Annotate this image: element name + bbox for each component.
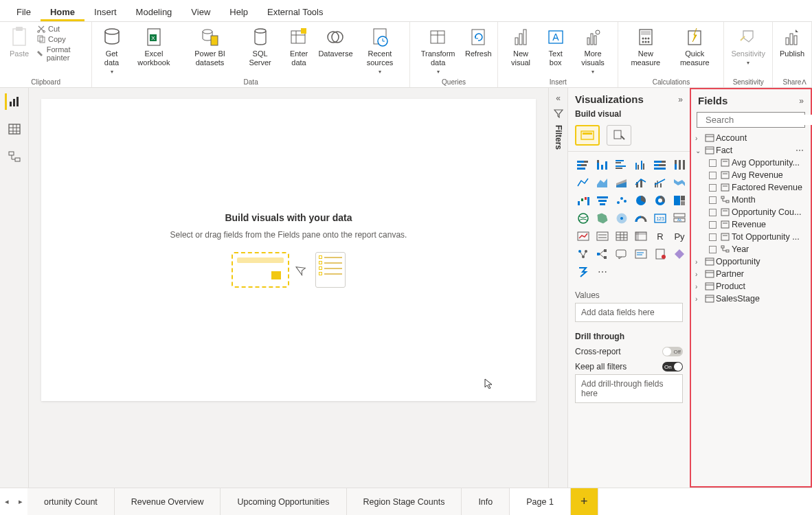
field-year[interactable]: Year [694,243,808,255]
viz-get-more[interactable]: ⋯ [594,264,611,279]
quick-measure-button[interactable]: Quick measure [671,25,718,69]
viz-stacked-column[interactable] [594,157,611,172]
field-month[interactable]: Month [694,194,808,206]
viz-waterfall[interactable] [575,193,591,208]
viz-clustered-bar[interactable] [613,157,630,172]
viz-card[interactable]: 123 [652,211,668,226]
sensitivity-button[interactable]: Sensitivity▾ [730,25,767,67]
fields-search[interactable] [697,112,805,128]
viz-slicer[interactable] [594,229,611,244]
checkbox[interactable] [709,209,717,216]
expand-filters-button[interactable]: « [556,93,561,103]
fields-search-input[interactable] [706,115,812,125]
report-canvas[interactable]: Build visuals with your data Select or d… [41,99,536,401]
menu-external-tools[interactable]: External Tools [258,3,332,21]
checkbox[interactable] [709,246,717,253]
viz-smart-narrative[interactable] [633,247,649,262]
menu-help[interactable]: Help [220,3,258,21]
viz-line-stacked-column[interactable] [633,175,649,190]
transform-data-button[interactable]: Transform data▾ [416,25,460,76]
checkbox[interactable] [709,159,717,167]
viz-paginated[interactable] [652,247,668,262]
viz-filled-map[interactable] [594,211,611,226]
tab-info[interactable]: Info [462,488,510,515]
viz-100-stacked-column[interactable] [671,157,688,172]
viz-line-clustered-column[interactable] [652,175,668,190]
table-salesstage[interactable]: ›SalesStage [694,293,808,305]
viz-r[interactable]: R [652,229,668,244]
tab-scroll-right[interactable]: ▸ [14,497,27,506]
build-visual-tab[interactable] [575,125,600,146]
viz-map[interactable] [575,211,591,226]
paste-button[interactable]: Paste [5,25,33,60]
tab-upcoming-opportunities[interactable]: Upcoming Opportunities [221,488,346,515]
menu-insert[interactable]: Insert [84,3,126,21]
recent-sources-button[interactable]: Recent sources▾ [356,25,404,76]
tab-opportunity-count[interactable]: ortunity Count [27,488,115,515]
viz-kpi[interactable] [575,229,591,244]
tab-page-1[interactable]: Page 1 [510,488,571,515]
excel-workbook-button[interactable]: XExcel workbook [130,25,178,69]
collapse-ribbon-button[interactable]: ᐱ [802,78,807,86]
add-page-button[interactable]: + [571,488,598,515]
checkbox[interactable] [709,184,717,192]
field-tot-opportunity[interactable]: Tot Opportunity ... [694,231,808,243]
menu-home[interactable]: Home [41,3,84,21]
viz-gauge[interactable] [633,211,649,226]
viz-decomposition[interactable] [594,247,611,262]
viz-matrix[interactable] [633,229,649,244]
table-account[interactable]: ›Account [694,132,808,144]
viz-ribbon[interactable] [671,175,688,190]
viz-azure-map[interactable] [613,211,630,226]
viz-clustered-column[interactable] [633,157,649,172]
viz-power-apps[interactable] [671,247,688,262]
tab-revenue-overview[interactable]: Revenue Overview [115,488,221,515]
field-factored-revenue[interactable]: Factored Revenue [694,181,808,194]
collapse-fields-button[interactable]: » [799,96,804,106]
get-data-button[interactable]: Get data▾ [98,25,125,76]
viz-donut[interactable] [652,193,668,208]
more-visuals-button[interactable]: More visuals▾ [574,25,613,76]
field-avg-opportunity[interactable]: Avg Opportunity... [694,157,808,169]
enter-data-button[interactable]: Enter data [282,25,315,69]
field-revenue[interactable]: Revenue [694,218,808,231]
viz-scatter[interactable] [613,193,630,208]
viz-stacked-bar[interactable] [575,157,591,172]
copy-button[interactable]: Copy [37,35,86,43]
text-box-button[interactable]: AText box [542,25,569,69]
tab-region-stage-counts[interactable]: Region Stage Counts [347,488,462,515]
table-partner[interactable]: ›Partner [694,268,808,280]
sql-server-button[interactable]: SQL Server [242,25,278,69]
viz-key-influencers[interactable] [575,247,591,262]
values-drop-area[interactable]: Add data fields here [575,303,683,322]
model-view-button[interactable] [6,148,23,165]
checkbox[interactable] [709,196,717,204]
table-fact[interactable]: ⌄Fact⋯ [694,144,808,157]
collapse-viz-button[interactable]: » [678,95,683,104]
dataverse-button[interactable]: Dataverse [319,25,352,60]
viz-100-stacked-bar[interactable] [652,157,668,172]
data-view-button[interactable] [6,121,23,137]
drill-through-drop-area[interactable]: Add drill-through fields here [575,374,683,403]
cut-button[interactable]: Cut [37,25,86,33]
viz-qna[interactable] [613,247,630,262]
table-product[interactable]: ›Product [694,280,808,293]
checkbox[interactable] [709,233,717,241]
viz-python[interactable]: Py [671,229,688,244]
refresh-button[interactable]: Refresh [464,25,492,60]
viz-funnel[interactable] [594,193,611,208]
field-opportunity-count[interactable]: Opportunity Cou... [694,206,808,218]
viz-pie[interactable] [633,193,649,208]
new-measure-button[interactable]: New measure [624,25,667,69]
checkbox[interactable] [709,172,717,179]
publish-button[interactable]: Publish [778,25,806,60]
menu-file[interactable]: File [7,3,41,21]
table-opportunity[interactable]: ›Opportunity [694,255,808,268]
viz-line[interactable] [575,175,591,190]
field-avg-revenue[interactable]: Avg Revenue [694,169,808,181]
table-menu-button[interactable]: ⋯ [796,146,807,155]
format-painter-button[interactable]: Format painter [37,45,86,62]
cross-report-toggle[interactable] [662,347,683,356]
viz-multi-row-card[interactable]: Aᴀ [671,211,688,226]
new-visual-button[interactable]: New visual [504,25,537,69]
